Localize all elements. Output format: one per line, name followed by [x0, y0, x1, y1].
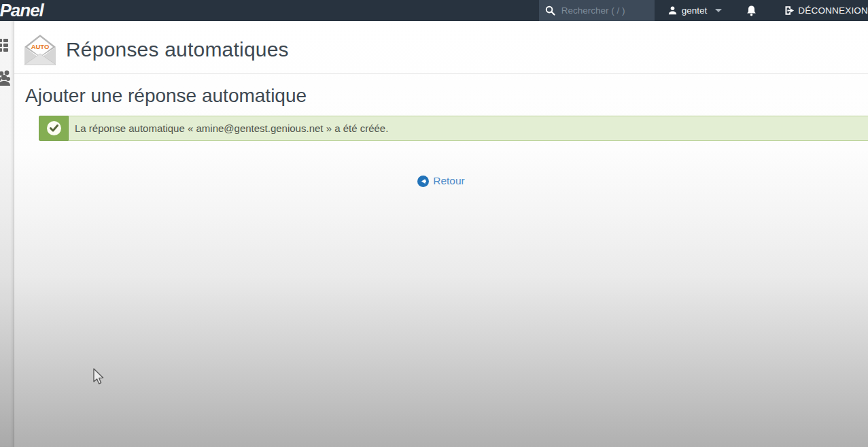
content-area: AUTO Réponses automatiques Ajouter une r…: [0, 21, 868, 447]
sidebar: [0, 21, 14, 447]
back-row: Retour: [14, 175, 868, 190]
alert-body: La réponse automatique « amine@gentest.g…: [69, 116, 868, 141]
logout-icon: [784, 5, 795, 16]
back-arrow-icon: [417, 176, 429, 187]
back-link[interactable]: Retour: [417, 175, 465, 187]
username-label: gentet: [682, 5, 708, 16]
page-header: AUTO Réponses automatiques: [14, 21, 868, 74]
chevron-down-icon: [715, 9, 722, 12]
user-icon: [667, 5, 678, 16]
user-menu[interactable]: gentet: [655, 0, 733, 21]
search-box[interactable]: [539, 0, 655, 21]
success-alert: La réponse automatique « amine@gentest.g…: [39, 116, 868, 141]
success-check-icon: [47, 121, 61, 135]
cpanel-logo[interactable]: cPanel: [0, 0, 44, 21]
success-badge: [39, 116, 69, 141]
auto-badge-label: AUTO: [31, 43, 50, 50]
search-input[interactable]: [561, 5, 650, 16]
notifications-button[interactable]: [733, 0, 770, 21]
bell-icon: [746, 5, 757, 17]
section-heading: Ajouter une réponse automatique: [25, 85, 868, 107]
alert-message: La réponse automatique « amine@gentest.g…: [75, 122, 388, 134]
search-icon: [545, 5, 555, 16]
topbar-right: gentet DÉCONNEXION: [539, 0, 868, 21]
sidebar-item-list[interactable]: [0, 37, 14, 55]
page-title: Réponses automatiques: [66, 38, 289, 61]
list-grid-icon: [0, 37, 11, 52]
back-link-label: Retour: [433, 175, 465, 187]
users-group-icon: [0, 70, 12, 88]
main-content: AUTO Réponses automatiques Ajouter une r…: [14, 21, 868, 447]
autoresponder-icon: AUTO: [24, 34, 56, 65]
screen: cPanel gentet: [0, 0, 868, 447]
logout-button[interactable]: DÉCONNEXION: [770, 0, 868, 21]
logout-label: DÉCONNEXION: [798, 5, 868, 16]
topbar: cPanel gentet: [0, 0, 868, 21]
sidebar-item-groups[interactable]: [0, 70, 14, 90]
